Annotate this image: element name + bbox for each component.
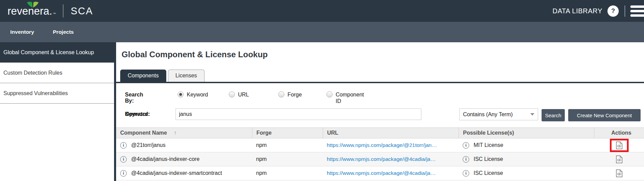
info-icon[interactable]: i — [463, 170, 469, 177]
info-icon[interactable]: i — [120, 156, 127, 163]
header-divider — [625, 5, 625, 17]
column-header-possible-licenses[interactable]: Possible License(s) — [459, 128, 594, 138]
column-header-component-name[interactable]: Component Name ↑ — [116, 128, 252, 138]
main-nav: Inventory Projects — [0, 22, 644, 42]
radio-label[interactable]: Keyword — [187, 91, 208, 98]
forge-cell: npm — [252, 152, 323, 166]
search-by-label: Search By: — [125, 92, 143, 104]
tab-underline — [116, 82, 644, 83]
nav-item-projects[interactable]: Projects — [53, 29, 74, 35]
component-name: @4cadia/janus-indexer-core — [131, 156, 199, 162]
sidebar-item-suppressed-vulnerabilities[interactable]: Suppressed Vulnerabilities — [0, 83, 114, 104]
table-row: i @4cadia/janus-indexer-smartcontract np… — [116, 166, 644, 180]
forge-value: npm — [256, 170, 267, 176]
forge-cell: npm — [252, 138, 323, 152]
tab-bar: Components Licenses — [120, 70, 205, 82]
component-url-link[interactable]: https://www.npmjs.com/package/@4cadia/ja… — [327, 170, 436, 176]
radio-button-icon[interactable] — [278, 91, 284, 97]
column-label: Component Name — [120, 130, 167, 136]
hamburger-bar — [630, 10, 644, 12]
component-name-cell: i @4cadia/janus-indexer-core — [116, 152, 252, 166]
radio-label[interactable]: Forge — [288, 91, 302, 98]
forge-value: npm — [256, 156, 267, 162]
hamburger-bar — [630, 14, 644, 17]
component-name-cell: i @21torr/janus — [116, 138, 252, 152]
column-label: Forge — [256, 130, 271, 136]
info-icon[interactable]: i — [120, 170, 127, 177]
actions-cell — [594, 152, 644, 166]
forge-value: npm — [256, 142, 267, 148]
url-cell: https://www.npmjs.com/package/@4cadia/ja… — [323, 152, 459, 166]
actions-cell — [594, 166, 644, 180]
sidebar-item-label: Global Component & License Lookup — [3, 49, 94, 56]
view-component-icon[interactable] — [616, 169, 622, 177]
url-cell: https://www.npmjs.com/package/@4cadia/ja… — [323, 166, 459, 180]
radio-button-icon[interactable] — [178, 91, 184, 97]
radio-option-keyword[interactable]: Keyword — [178, 91, 208, 98]
tab-components[interactable]: Components — [120, 70, 166, 82]
forge-cell: npm — [252, 166, 323, 180]
operator-selected-value: Contains (Any Term) — [463, 111, 513, 118]
view-component-icon[interactable] — [616, 141, 622, 149]
info-icon[interactable]: i — [120, 142, 127, 149]
revenera-leaf-icon — [27, 1, 39, 7]
radio-label[interactable]: Component ID — [336, 91, 367, 104]
column-header-forge[interactable]: Forge — [252, 128, 323, 138]
search-button[interactable]: Search — [542, 109, 565, 121]
sort-asc-icon[interactable]: ↑ — [174, 130, 177, 136]
radio-option-component-id[interactable]: Component ID — [326, 91, 367, 104]
radio-option-url[interactable]: URL — [229, 91, 249, 98]
component-name: @21torr/janus — [131, 142, 166, 148]
column-header-actions: Actions — [594, 128, 644, 138]
info-icon[interactable]: i — [463, 156, 469, 163]
keyword-input[interactable] — [176, 108, 421, 120]
radio-button-icon[interactable] — [326, 91, 333, 97]
operator-label: Operator: — [125, 111, 150, 117]
license-name: ISC License — [474, 156, 503, 162]
table-row: i @21torr/janus npm https://www.npmjs.co… — [116, 138, 644, 152]
operator-select[interactable]: Contains (Any Term) — [459, 108, 538, 120]
chevron-down-icon — [530, 113, 534, 116]
data-library-label: DATA LIBRARY — [552, 7, 602, 15]
url-cell: https://www.npmjs.com/package/@21torr/ja… — [323, 138, 459, 152]
table-row: i @4cadia/janus-indexer-core npm https:/… — [116, 152, 644, 166]
component-name-cell: i @4cadia/janus-indexer-smartcontract — [116, 166, 252, 180]
sidebar-item-custom-detection-rules[interactable]: Custom Detection Rules — [0, 63, 114, 83]
results-table: Component Name ↑ Forge URL Possible Lice… — [116, 127, 644, 180]
radio-option-forge[interactable]: Forge — [278, 91, 302, 98]
actions-cell — [594, 138, 644, 152]
tab-label: Licenses — [176, 73, 197, 78]
logo-divider — [63, 4, 64, 17]
hamburger-bar — [630, 5, 644, 8]
column-label: Actions — [611, 130, 631, 136]
table-header-row: Component Name ↑ Forge URL Possible Lice… — [116, 127, 644, 138]
action-icon-wrap — [610, 153, 629, 166]
column-label: Possible License(s) — [463, 130, 514, 136]
product-name: SCA — [71, 5, 93, 17]
help-glyph: ? — [611, 7, 615, 15]
component-url-link[interactable]: https://www.npmjs.com/package/@21torr/ja… — [327, 142, 437, 148]
component-url-link[interactable]: https://www.npmjs.com/package/@4cadia/ja… — [327, 156, 436, 162]
create-new-component-button[interactable]: Create New Component — [568, 109, 641, 121]
help-icon[interactable]: ? — [607, 5, 619, 17]
revenera-wordmark: revenera. — [8, 6, 52, 16]
top-header: revenera. ™ SCA DATA LIBRARY ? — [0, 0, 644, 22]
sidebar-item-global-component-license-lookup[interactable]: Global Component & License Lookup — [0, 42, 114, 63]
column-header-url[interactable]: URL — [323, 128, 459, 138]
tab-licenses[interactable]: Licenses — [168, 70, 205, 82]
page-title: Global Component & License Lookup — [122, 50, 268, 59]
radio-label[interactable]: URL — [238, 91, 249, 98]
radio-button-icon[interactable] — [229, 91, 235, 97]
main-content: Global Component & License Lookup Compon… — [116, 42, 644, 181]
info-icon[interactable]: i — [463, 142, 469, 149]
header-right: DATA LIBRARY ? — [552, 5, 644, 17]
license-cell: i ISC License — [459, 166, 594, 180]
nav-item-inventory[interactable]: Inventory — [10, 29, 34, 35]
tab-label: Components — [128, 73, 159, 78]
hamburger-menu-icon[interactable] — [630, 5, 644, 17]
license-cell: i ISC License — [459, 152, 594, 166]
view-component-icon[interactable] — [616, 155, 622, 163]
sidebar-item-label: Custom Detection Rules — [3, 70, 62, 76]
license-name: ISC License — [474, 170, 503, 176]
sidebar: Global Component & License Lookup Custom… — [0, 42, 114, 181]
